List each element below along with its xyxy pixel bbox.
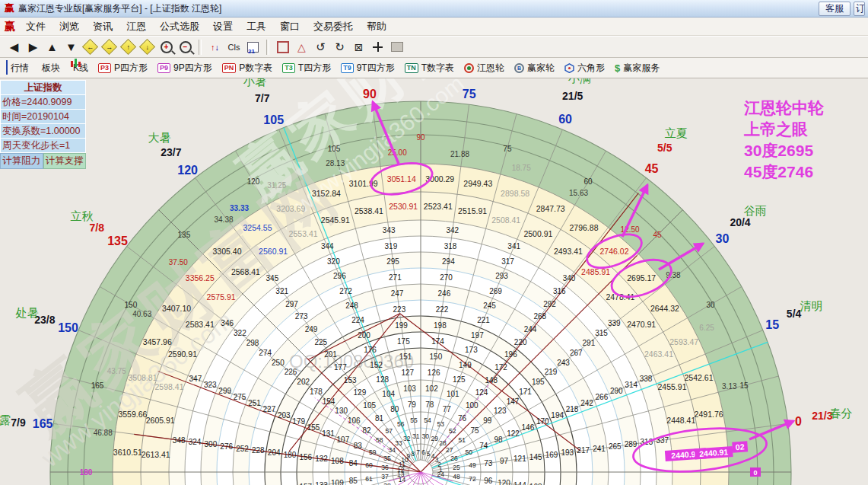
step-left-diamond-icon[interactable]: ← (81, 39, 100, 56)
calendar-icon[interactable]: 21 (243, 39, 262, 56)
svg-text:28: 28 (439, 439, 447, 447)
svg-text:265: 265 (609, 442, 622, 451)
calc-resistance-button[interactable]: 计算阻力 (0, 153, 43, 169)
svg-text:15: 15 (739, 381, 749, 390)
svg-text:297: 297 (285, 300, 298, 308)
svg-text:30: 30 (707, 301, 716, 309)
tool-板块-button[interactable]: 板块 (39, 62, 60, 75)
time-row: 时间=20190104 (0, 110, 86, 124)
svg-text:130: 130 (335, 407, 348, 415)
tool-label: P四方形 (114, 62, 148, 75)
step-right-diamond-icon[interactable]: → (100, 39, 119, 56)
svg-text:24: 24 (437, 471, 445, 478)
center-crosshair-icon[interactable] (368, 39, 387, 56)
cls-button[interactable]: Cls (224, 39, 243, 56)
svg-text:90: 90 (416, 133, 425, 142)
tool-9T四方形-button[interactable]: T99T四方形 (341, 62, 395, 75)
badge-icon: TN (405, 63, 418, 73)
svg-text:5: 5 (427, 450, 431, 458)
gann-wheel-icon (464, 63, 474, 73)
draw-square-icon[interactable] (273, 39, 292, 56)
svg-text:321: 321 (275, 287, 288, 295)
svg-text:2695.17: 2695.17 (627, 273, 656, 282)
tool-label: T数字表 (421, 62, 454, 75)
svg-text:21.88: 21.88 (450, 150, 469, 158)
tool-赢家轮-button[interactable]: B赢家轮 (514, 62, 555, 75)
menu-item-8[interactable]: 交易委托 (307, 20, 360, 34)
draw-triangle-icon[interactable]: △ (292, 39, 311, 56)
nav-right-icon[interactable]: ▶ (24, 39, 43, 56)
svg-text:343: 343 (383, 226, 396, 235)
svg-text:150: 150 (125, 301, 138, 309)
svg-text:275: 275 (234, 393, 246, 401)
menu-item-5[interactable]: 设置 (206, 20, 240, 34)
tool-江恩轮-button[interactable]: 江恩轮 (464, 62, 504, 75)
step-up-diamond-icon[interactable]: ↑ (119, 39, 138, 56)
nav-up-icon[interactable]: ▲ (43, 39, 62, 56)
svg-text:2463.41: 2463.41 (644, 349, 673, 359)
svg-text:30度2695: 30度2695 (744, 142, 813, 159)
svg-text:324: 324 (189, 438, 202, 446)
rotate-cw-icon[interactable]: ↻ (330, 39, 349, 56)
nav-down-icon[interactable]: ▼ (62, 39, 81, 56)
app-logo-icon: 赢 (5, 2, 14, 15)
tool-T四方形-button[interactable]: T3T四方形 (282, 62, 331, 75)
menu-item-1[interactable]: 浏览 (52, 20, 86, 34)
tool-K线-button[interactable]: K线 (70, 62, 88, 75)
main-toolbar: ◀ ▶ ▲ ▼ ← → ↑ ↓ + − ↑↓ Cls 21 △ ↺ ↻ ⊠ (0, 36, 868, 58)
svg-text:50: 50 (466, 448, 473, 456)
menu-item-7[interactable]: 窗口 (273, 20, 307, 34)
zoom-out-icon[interactable]: − (176, 39, 195, 56)
svg-text:2448.41: 2448.41 (666, 416, 695, 425)
svg-text:2598.41: 2598.41 (155, 382, 184, 391)
badge-icon: P9 (157, 63, 170, 73)
tool-行情-button[interactable]: 行情 (6, 61, 29, 75)
zoom-in-icon[interactable]: + (157, 39, 176, 56)
svg-text:3508.81: 3508.81 (129, 373, 157, 382)
menu-item-4[interactable]: 公式选股 (153, 20, 206, 34)
svg-text:109: 109 (331, 479, 344, 485)
price-axis-icon[interactable]: ↑↓ (205, 39, 224, 56)
svg-text:2455.91: 2455.91 (658, 382, 687, 391)
menu-item-6[interactable]: 工具 (240, 20, 273, 34)
svg-text:3101.99: 3101.99 (349, 179, 378, 188)
fit-view-icon[interactable]: ⊠ (349, 39, 368, 56)
svg-text:241: 241 (593, 445, 606, 453)
svg-text:37.50: 37.50 (169, 258, 188, 266)
svg-text:2613.41: 2613.41 (141, 450, 170, 459)
customer-service-button[interactable]: 客服 (819, 2, 851, 16)
svg-text:316: 316 (553, 287, 566, 295)
svg-text:149: 149 (459, 361, 472, 369)
svg-text:3356.25: 3356.25 (186, 273, 215, 282)
nav-left-icon[interactable]: ◀ (5, 39, 24, 56)
tool-9P四方形-button[interactable]: P99P四方形 (157, 62, 212, 75)
rotate-ccw-icon[interactable]: ↺ (311, 39, 330, 56)
svg-text:白露: 白露 (0, 413, 11, 426)
step-down-diamond-icon[interactable]: ↓ (138, 39, 157, 56)
partial-button[interactable]: 订 (854, 2, 865, 16)
board-icon[interactable] (387, 39, 406, 56)
tool-P四方形-button[interactable]: P3P四方形 (98, 62, 148, 75)
gann-wheel[interactable]: 赢家财富网 赢家财富网 www.yingjia360.com www.yingj… (0, 78, 868, 485)
svg-text:23/7: 23/7 (161, 146, 181, 158)
tool-T数字表-button[interactable]: TNT数字表 (405, 62, 454, 75)
svg-text:290: 290 (610, 387, 623, 395)
svg-text:247: 247 (391, 289, 404, 298)
calc-support-button[interactable]: 计算支撑 (43, 153, 87, 169)
svg-text:3610.51: 3610.51 (113, 448, 142, 457)
tool-label: T四方形 (298, 62, 331, 75)
svg-text:立秋: 立秋 (70, 209, 93, 222)
menu-item-9[interactable]: 帮助 (360, 20, 393, 34)
menu-item-3[interactable]: 江恩 (119, 20, 153, 34)
tool-P数字表-button[interactable]: PNP数字表 (222, 62, 273, 75)
menu-item-0[interactable]: 文件 (19, 20, 52, 34)
svg-text:173: 173 (465, 346, 478, 354)
svg-text:194: 194 (551, 411, 564, 420)
svg-text:318: 318 (444, 242, 457, 250)
tool-label: 六角形 (577, 62, 605, 75)
svg-text:120: 120 (247, 177, 260, 186)
tool-赢家服务-button[interactable]: $赢家服务 (615, 61, 660, 75)
tool-六角形-button[interactable]: 六角形 (564, 62, 605, 75)
menu-item-2[interactable]: 资讯 (86, 20, 119, 34)
svg-text:75: 75 (470, 426, 479, 435)
